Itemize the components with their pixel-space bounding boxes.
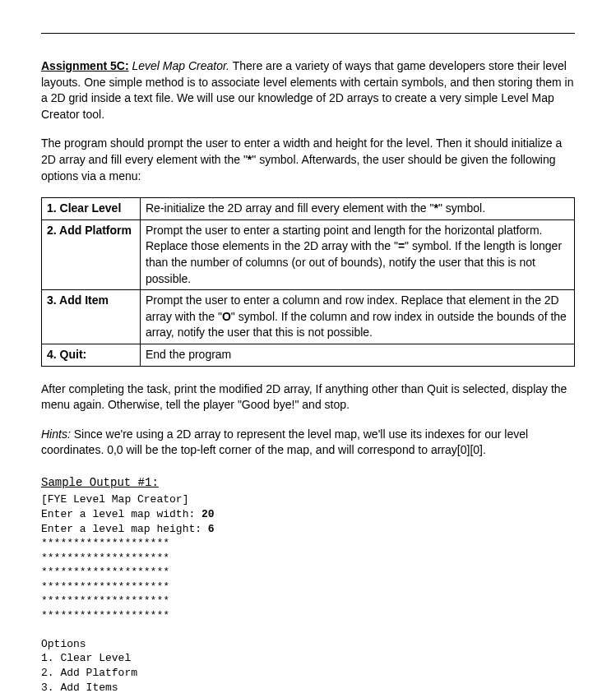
sample-line: Options <box>41 638 86 650</box>
table-row: 4. Quit: End the program <box>42 344 575 366</box>
hints-paragraph: Hints: Since we're using a 2D array to r… <box>41 427 575 459</box>
sample-input: 20 <box>201 508 215 520</box>
sample-output-heading: Sample Output #1: <box>41 475 575 492</box>
desc-b: " symbol. <box>438 201 485 215</box>
sample-stars: ******************** <box>41 537 169 549</box>
option-desc: Prompt the user to enter a column and ro… <box>141 290 575 344</box>
sample-stars: ******************** <box>41 580 169 593</box>
sample-output-block: [FYE Level Map Creator] Enter a level ma… <box>41 492 575 693</box>
sample-input: 6 <box>208 523 215 535</box>
intro-paragraph-1: Assignment 5C: Level Map Creator. There … <box>41 58 575 122</box>
table-row: 2. Add Platform Prompt the user to enter… <box>42 219 575 289</box>
symbol: = <box>398 239 405 252</box>
sample-line: 2. Add Platform <box>41 667 137 679</box>
sample-stars: ******************** <box>41 566 169 578</box>
sample-line: 1. Clear Level <box>41 652 131 664</box>
option-label: 4. Quit: <box>42 344 141 366</box>
option-label: 3. Add Item <box>42 290 141 344</box>
page-top-rule <box>41 33 575 34</box>
sample-line: [FYE Level Map Creator] <box>41 493 188 506</box>
sample-stars: ******************** <box>41 594 169 607</box>
table-row: 3. Add Item Prompt the user to enter a c… <box>42 290 575 344</box>
desc-a: End the program <box>146 348 231 361</box>
option-label: 2. Add Platform <box>42 219 141 289</box>
assignment-name: Level Map Creator. <box>129 59 229 72</box>
hints-label: Hints: <box>41 427 71 441</box>
option-desc: Prompt the user to enter a starting poin… <box>141 219 575 289</box>
intro-paragraph-2: The program should prompt the user to en… <box>41 136 575 184</box>
sample-line: 3. Add Items <box>41 681 118 693</box>
sample-stars: ******************** <box>41 609 169 621</box>
sample-line: Enter a level map height: <box>41 523 208 535</box>
hints-body: Since we're using a 2D array to represen… <box>41 427 528 457</box>
option-label: 1. Clear Level <box>42 198 141 220</box>
option-desc: Re-initialize the 2D array and fill ever… <box>141 198 575 220</box>
sample-line: Enter a level map width: <box>41 508 201 520</box>
option-desc: End the program <box>141 344 575 366</box>
symbol: O <box>222 310 231 323</box>
options-table: 1. Clear Level Re-initialize the 2D arra… <box>41 197 575 366</box>
desc-a: Re-initialize the 2D array and fill ever… <box>146 201 433 215</box>
after-table-paragraph: After completing the task, print the mod… <box>41 381 575 413</box>
sample-stars: ******************** <box>41 552 169 564</box>
table-row: 1. Clear Level Re-initialize the 2D arra… <box>42 198 575 220</box>
assignment-label: Assignment 5C: <box>41 59 129 72</box>
